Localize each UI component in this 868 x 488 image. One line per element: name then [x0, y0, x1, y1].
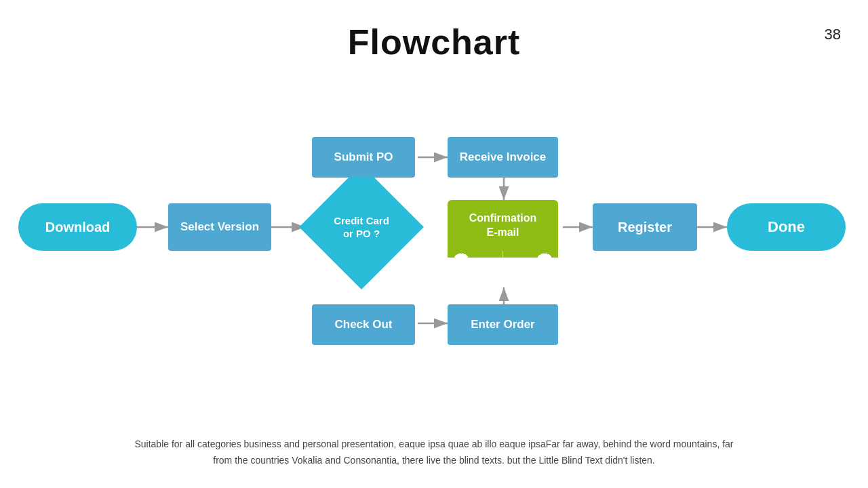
register-node: Register: [593, 203, 697, 251]
submit-po-node: Submit PO: [312, 137, 415, 178]
flowchart-area: Download Select Version Credit Card or P…: [0, 69, 868, 381]
check-out-node: Check Out: [312, 304, 415, 345]
page-title: Flowchart: [0, 0, 868, 62]
download-node: Download: [18, 203, 137, 251]
done-node: Done: [727, 203, 846, 251]
enter-order-node: Enter Order: [448, 304, 558, 345]
page-number: 38: [825, 26, 841, 43]
footer-text: Suitable for all categories business and…: [0, 436, 868, 469]
credit-card-node: Credit Card or PO ?: [307, 183, 416, 271]
receive-invoice-node: Receive Invoice: [448, 137, 558, 178]
confirmation-email-node: Confirmation E-mail: [448, 200, 558, 251]
select-version-node: Select Version: [168, 203, 271, 251]
